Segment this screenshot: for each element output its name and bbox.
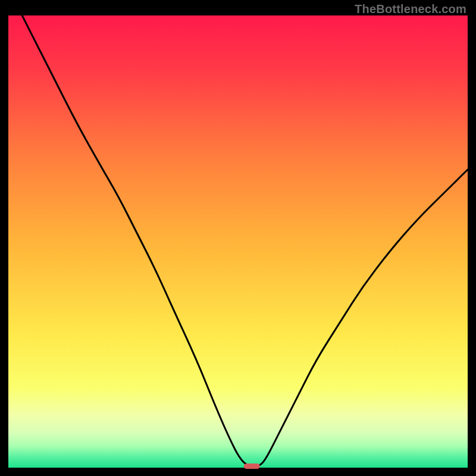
watermark-text: TheBottleneck.com [355, 2, 466, 16]
chart-container: TheBottleneck.com [0, 0, 476, 476]
plot-background [8, 15, 468, 469]
optimal-marker [244, 464, 260, 469]
bottleneck-chart [0, 0, 476, 476]
